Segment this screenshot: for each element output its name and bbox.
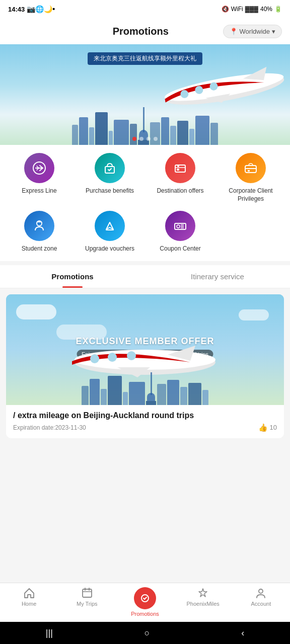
coupon-center-icon xyxy=(165,211,195,241)
android-nav-bar: ||| ○ ‹ xyxy=(0,622,290,644)
destination-offers-icon xyxy=(165,153,195,183)
svg-point-23 xyxy=(127,351,136,360)
nav-phoenix-miles-label: PhoenixMiles xyxy=(186,601,219,607)
nav-promotions-label: Promotions xyxy=(131,611,159,617)
promotions-icon xyxy=(139,592,151,604)
banner-text: 来北京奥克三往返航线享额外里程大礼 xyxy=(88,52,202,65)
android-back-btn[interactable]: ‹ xyxy=(231,624,254,642)
student-zone-label: Student zone xyxy=(22,245,57,253)
promotions-list: EXCLUSIVE MEMBER OFFER Enjoy extra milea… xyxy=(0,288,290,450)
my-trips-icon xyxy=(81,587,93,599)
svg-rect-24 xyxy=(83,589,92,597)
svg-point-29 xyxy=(259,589,263,593)
category-student-zone[interactable]: Student zone xyxy=(4,211,75,253)
promotions-active-dot xyxy=(134,587,156,609)
nav-phoenix-miles[interactable]: PhoenixMiles xyxy=(185,587,221,617)
svg-point-15 xyxy=(177,225,180,228)
express-line-label: Express Line xyxy=(22,187,56,195)
hero-banner: 来北京奥克三往返航线享额外里程大礼 xyxy=(0,44,290,145)
category-grid: Express Line Purchase benefits Destinati… xyxy=(4,153,286,253)
svg-rect-13 xyxy=(106,229,114,230)
home-icon xyxy=(23,587,35,599)
page-header: Promotions 📍 Worldwide ▾ xyxy=(0,18,290,44)
promo-city xyxy=(6,375,284,405)
upgrade-vouchers-label: Upgrade vouchers xyxy=(85,245,134,253)
upgrade-vouchers-icon xyxy=(95,211,125,241)
like-icon: 👍 xyxy=(258,423,268,432)
nav-my-trips-label: My Trips xyxy=(77,601,98,607)
status-bar: 14:43 📷🌐🌙• 🔇 WiFi ▓▓▓ 40% 🔋 xyxy=(0,0,290,18)
promo-info: / extra mileage on Beijing-Auckland roun… xyxy=(6,405,284,438)
category-express-line[interactable]: Express Line xyxy=(4,153,75,203)
android-menu-btn[interactable]: ||| xyxy=(36,624,63,642)
like-count: 10 xyxy=(270,424,277,431)
category-corporate[interactable]: Corporate Client Privileges xyxy=(215,153,286,203)
promo-card[interactable]: EXCLUSIVE MEMBER OFFER Enjoy extra milea… xyxy=(6,294,284,438)
status-time: 14:43 📷🌐🌙• xyxy=(8,5,55,13)
promo-title: / extra mileage on Beijing-Auckland roun… xyxy=(13,411,277,420)
banner-dot-4 xyxy=(154,137,158,141)
nav-account[interactable]: Account xyxy=(243,587,278,617)
corporate-icon xyxy=(236,153,266,183)
svg-rect-11 xyxy=(248,170,250,172)
destination-offers-label: Destination offers xyxy=(157,187,203,195)
nav-home[interactable]: Home xyxy=(12,587,47,617)
status-icons: 🔇 WiFi ▓▓▓ 40% 🔋 xyxy=(222,6,282,13)
category-section: Express Line Purchase benefits Destinati… xyxy=(0,145,290,261)
banner-dots xyxy=(132,137,158,141)
location-icon: 📍 xyxy=(230,28,238,35)
nav-home-label: Home xyxy=(22,601,36,607)
tabs-section: Promotions Itinerary service xyxy=(0,265,290,288)
nav-promotions[interactable]: Promotions xyxy=(127,587,163,617)
category-coupon-center[interactable]: Coupon Center xyxy=(145,211,215,253)
promo-banner-image: EXCLUSIVE MEMBER OFFER Enjoy extra milea… xyxy=(6,294,284,405)
bottom-nav: Home My Trips Promotions PhoenixMiles xyxy=(0,583,290,622)
tab-promotions[interactable]: Promotions xyxy=(0,265,145,288)
purchase-benefits-label: Purchase benefits xyxy=(86,187,134,195)
category-upgrade-vouchers[interactable]: Upgrade vouchers xyxy=(75,211,145,253)
phoenix-miles-icon xyxy=(197,587,209,599)
banner-dot-2 xyxy=(139,137,143,141)
category-purchase-benefits[interactable]: Purchase benefits xyxy=(75,153,145,203)
promo-expiry: Expiration date:2023-11-30 xyxy=(13,424,86,431)
worldwide-button[interactable]: 📍 Worldwide ▾ xyxy=(223,25,282,38)
tabs-bar: Promotions Itinerary service xyxy=(0,265,290,288)
banner-dot-3 xyxy=(147,137,151,141)
express-line-icon xyxy=(24,153,54,183)
android-home-btn[interactable]: ○ xyxy=(134,624,160,642)
nav-account-label: Account xyxy=(251,601,271,607)
corporate-label: Corporate Client Privileges xyxy=(215,187,286,203)
svg-rect-9 xyxy=(177,169,179,171)
promo-meta: Expiration date:2023-11-30 👍 10 xyxy=(13,423,277,432)
coupon-center-label: Coupon Center xyxy=(160,245,200,253)
svg-point-21 xyxy=(90,354,99,363)
category-placeholder xyxy=(215,211,286,253)
banner-dot-1 xyxy=(132,137,136,141)
purchase-benefits-icon xyxy=(95,153,125,183)
student-zone-icon xyxy=(24,211,54,241)
tab-itinerary[interactable]: Itinerary service xyxy=(145,265,290,288)
svg-rect-7 xyxy=(175,165,185,172)
svg-point-8 xyxy=(177,165,179,167)
nav-my-trips[interactable]: My Trips xyxy=(69,587,105,617)
page-title: Promotions xyxy=(58,26,223,37)
promo-likes[interactable]: 👍 10 xyxy=(258,423,277,432)
chevron-down-icon: ▾ xyxy=(272,28,275,35)
account-icon xyxy=(255,587,267,599)
category-destination-offers[interactable]: Destination offers xyxy=(145,153,215,203)
svg-point-22 xyxy=(108,353,117,362)
